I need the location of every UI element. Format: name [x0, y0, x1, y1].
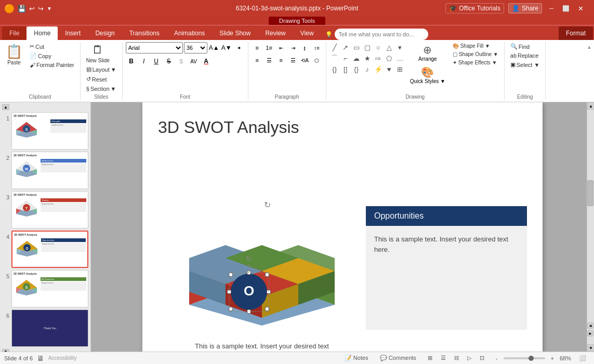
- rect-shape-button[interactable]: ▭: [351, 42, 362, 52]
- office-tutorials-button[interactable]: 🎓 Office Tutorials: [445, 3, 504, 14]
- replace-button[interactable]: ab Replace: [508, 51, 543, 60]
- char-spacing-button[interactable]: AV: [188, 56, 200, 67]
- right-scroll-down-button[interactable]: ▼: [587, 344, 594, 352]
- new-slide-button[interactable]: 🗒 New Slide: [84, 42, 112, 64]
- cut-button[interactable]: ✂ Cut: [27, 42, 77, 51]
- oval-shape-button[interactable]: ○: [373, 42, 384, 52]
- swot-graphic[interactable]: ↻: [174, 211, 350, 315]
- section-button[interactable]: § Section ▼: [84, 85, 119, 93]
- slide-preview-3[interactable]: 3D SWOT Analysis T Threat: [11, 191, 88, 228]
- tab-design[interactable]: Design: [88, 26, 122, 40]
- tab-home[interactable]: Home: [27, 26, 58, 40]
- minimize-button[interactable]: ─: [546, 3, 557, 14]
- opportunities-box[interactable]: Opportunities This is a sample text. Ins…: [366, 206, 527, 330]
- collapse-ribbon-button[interactable]: ▲: [586, 43, 593, 51]
- align-right-button[interactable]: ≡: [275, 55, 287, 66]
- slide-thumb-2[interactable]: 2 3D SWOT Analysis W: [2, 152, 88, 189]
- zoom-slider[interactable]: [504, 357, 545, 359]
- tab-format[interactable]: Format: [559, 26, 593, 40]
- zoom-in-button[interactable]: +: [547, 354, 558, 362]
- increase-font-size-button[interactable]: A▲: [208, 42, 220, 53]
- find-button[interactable]: 🔍 Find: [508, 42, 543, 51]
- outline-view-button[interactable]: ☰: [437, 354, 450, 362]
- customize-qat-icon[interactable]: ▼: [47, 6, 52, 11]
- save-icon[interactable]: 💾: [18, 5, 26, 12]
- normal-view-button[interactable]: ⊞: [424, 354, 436, 362]
- slide-preview-2[interactable]: 3D SWOT Analysis W Weakne: [11, 152, 88, 189]
- share-button[interactable]: 👤 Share: [508, 3, 542, 14]
- indent-button[interactable]: ⇥: [287, 42, 299, 53]
- shape-outline-button[interactable]: ▢ Shape Outline ▼: [450, 50, 501, 58]
- outdent-button[interactable]: ⇤: [275, 42, 287, 53]
- align-left-button[interactable]: ≡: [252, 55, 263, 66]
- slide-thumb-5[interactable]: 5 3D SWOT Analysis S: [2, 270, 88, 307]
- numbering-button[interactable]: 1≡: [263, 42, 275, 53]
- text-direction-button[interactable]: ⟲A: [299, 55, 311, 66]
- heart-button[interactable]: ♥: [384, 64, 394, 74]
- slide-thumb-6[interactable]: 6 Thank You: [2, 309, 88, 347]
- copy-button[interactable]: 📄 Copy: [27, 51, 77, 60]
- clear-formatting-button[interactable]: ✦: [233, 42, 245, 53]
- tell-me-input[interactable]: [335, 29, 428, 40]
- expand-collapse-button[interactable]: ◄: [587, 322, 593, 329]
- arrow2-button[interactable]: ⇨: [373, 53, 384, 63]
- tab-review[interactable]: Review: [258, 26, 293, 40]
- close-button[interactable]: ✕: [575, 3, 586, 14]
- zoom-out-button[interactable]: -: [492, 354, 501, 362]
- slide-title[interactable]: 3D SWOT Analysis: [158, 118, 299, 137]
- line-spacing-button[interactable]: ↕≡: [311, 42, 323, 53]
- opportunities-body[interactable]: This is a sample text. Insert your desir…: [366, 226, 527, 330]
- tab-slideshow[interactable]: Slide Show: [212, 26, 258, 40]
- slide-canvas[interactable]: 3D SWOT Analysis ↻: [142, 102, 543, 352]
- paste-button[interactable]: 📋 Paste: [3, 42, 25, 67]
- center-button[interactable]: ☰: [263, 55, 275, 66]
- arrange-button[interactable]: ⊕ Arrange: [407, 42, 448, 63]
- tab-insert[interactable]: Insert: [58, 26, 88, 40]
- notes-button[interactable]: 📝 Notes: [341, 354, 372, 362]
- quick-styles-button[interactable]: 🎨 Quick Styles ▼: [407, 64, 448, 86]
- slideshow-button[interactable]: ⊡: [476, 354, 488, 362]
- shape-row-more[interactable]: …: [395, 53, 405, 63]
- swot-text-below[interactable]: This is a sample text. Insert your desir…: [194, 341, 329, 352]
- shadow-button[interactable]: S: [176, 56, 187, 67]
- rotate-handle[interactable]: ↻: [264, 200, 271, 210]
- tab-file[interactable]: File: [2, 26, 27, 40]
- pentagon-button[interactable]: ⬠: [384, 53, 394, 63]
- layout-button[interactable]: ▤ Layout ▼: [84, 65, 119, 74]
- expand-shapes-button[interactable]: ⊞: [395, 64, 405, 74]
- reset-button[interactable]: ↺ Reset: [84, 75, 119, 84]
- equation-button[interactable]: {}: [329, 64, 340, 74]
- slide-thumb-4[interactable]: 4 3D SWOT Analysis O: [2, 231, 88, 268]
- slide-preview-6[interactable]: Thank You: [11, 309, 88, 347]
- slide-preview-5[interactable]: 3D SWOT Analysis S All Qu: [11, 270, 88, 307]
- more-shapes-button[interactable]: ▾: [395, 42, 405, 52]
- tab-transitions[interactable]: Transitions: [122, 26, 167, 40]
- rounded-rect-button[interactable]: ▢: [362, 42, 373, 52]
- bracket-button[interactable]: []: [340, 64, 351, 74]
- bullets-button[interactable]: ≡: [252, 42, 263, 53]
- elbow-button[interactable]: ⌐: [340, 53, 351, 63]
- canvas-area[interactable]: ▲ ▼ ▲ ◄ ► ▼ 3D SWOT Analy: [91, 102, 594, 352]
- triangle-shape-button[interactable]: △: [384, 42, 394, 52]
- undo-icon[interactable]: ↩: [29, 5, 35, 12]
- columns-button[interactable]: ⫿: [299, 42, 311, 53]
- callout-button[interactable]: ☁: [351, 53, 362, 63]
- strikethrough-button[interactable]: S̶: [163, 56, 175, 67]
- comments-button[interactable]: 💬 Comments: [376, 354, 420, 362]
- slide-panel-scroll-up[interactable]: ▲: [2, 104, 9, 110]
- slide-preview-1[interactable]: 3D SWOT Analysis S: [11, 112, 88, 150]
- select-button[interactable]: ▣ Select ▼: [508, 60, 543, 69]
- shape-effects-button[interactable]: ✦ Shape Effects ▼: [450, 59, 501, 66]
- underline-button[interactable]: U: [151, 56, 162, 67]
- slide-thumb-3[interactable]: 3 3D SWOT Analysis T: [2, 191, 88, 228]
- expand-collapse-button2[interactable]: ►: [587, 330, 593, 336]
- slide-sorter-button[interactable]: ⊟: [451, 354, 463, 362]
- fit-slide-button[interactable]: ⬜: [575, 354, 590, 362]
- font-size-select[interactable]: 36: [184, 42, 207, 53]
- font-color-button[interactable]: A: [201, 56, 212, 67]
- smartart-button[interactable]: ⬡: [311, 55, 323, 66]
- star-button[interactable]: ★: [362, 53, 373, 63]
- arrow-shape-button[interactable]: ↗: [340, 42, 351, 52]
- tab-animations[interactable]: Animations: [167, 26, 212, 40]
- brace-button[interactable]: {}: [351, 64, 362, 74]
